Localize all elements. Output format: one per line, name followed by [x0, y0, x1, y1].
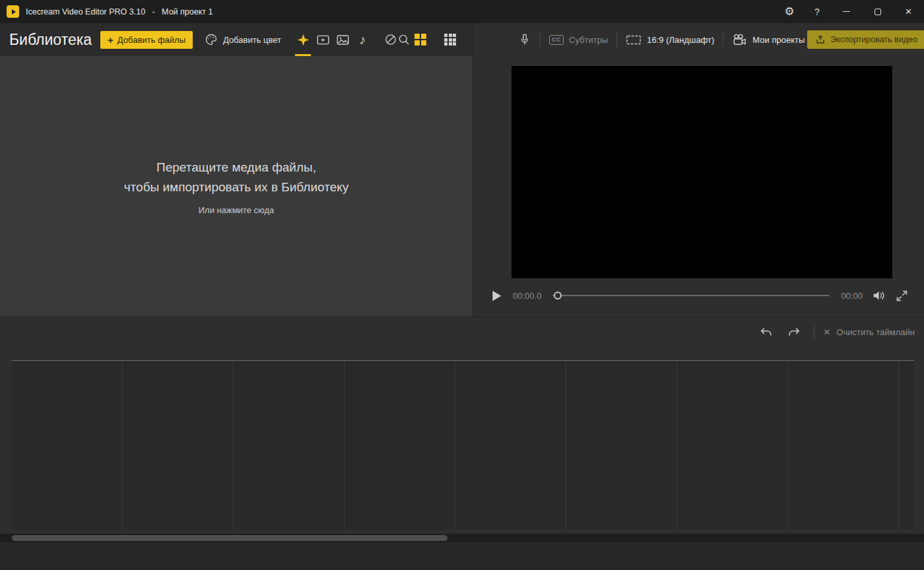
- search-button[interactable]: [397, 23, 411, 56]
- preview-area: [473, 56, 924, 278]
- seek-bar[interactable]: [552, 290, 830, 301]
- clear-timeline-button[interactable]: ✕ Очистить таймлайн: [823, 327, 915, 337]
- bottom-strip: [0, 542, 924, 570]
- undo-button[interactable]: [752, 326, 780, 339]
- gear-icon: ⚙: [784, 6, 794, 17]
- add-color-button[interactable]: Добавить цвет: [205, 33, 281, 46]
- redo-icon: [787, 326, 801, 339]
- tab-images[interactable]: [333, 23, 352, 56]
- seek-handle[interactable]: [554, 292, 562, 300]
- music-note-icon: ♪: [359, 33, 366, 46]
- total-time: 00:00: [841, 291, 863, 301]
- main-area: Библиотека + Добавить файлы Добавить цве…: [0, 23, 924, 317]
- fullscreen-button[interactable]: [895, 289, 909, 303]
- preview-toolbar: CC Субтитры 16:9 (Ландшафт): [473, 23, 924, 56]
- export-icon: [815, 34, 826, 45]
- tab-favorites[interactable]: [293, 23, 313, 56]
- play-icon: [492, 290, 501, 301]
- timeline-toolbar: ✕ Очистить таймлайн: [0, 317, 924, 347]
- my-projects-button[interactable]: Мои проекты: [729, 33, 807, 47]
- timeline-section: ✕ Очистить таймлайн: [0, 317, 924, 570]
- add-files-label: Добавить файлы: [117, 35, 185, 45]
- library-filter-tabs: ♪: [293, 23, 372, 56]
- add-files-button[interactable]: + Добавить файлы: [100, 31, 193, 49]
- tab-audio[interactable]: ♪: [352, 23, 372, 56]
- close-icon: ✕: [905, 7, 912, 16]
- timeline-scrollbar-thumb[interactable]: [12, 535, 447, 541]
- titlebar: Icecream Video Editor PRO 3.10 - Мой про…: [0, 0, 924, 23]
- grid-small-icon: [444, 34, 456, 46]
- toolbar-separator: [540, 32, 541, 47]
- volume-button[interactable]: [871, 288, 886, 303]
- toolbar-separator: [814, 325, 814, 340]
- maximize-icon: [874, 9, 881, 15]
- redo-button[interactable]: [780, 326, 808, 339]
- aspect-ratio-label: 16:9 (Ландшафт): [647, 35, 714, 45]
- clear-timeline-label: Очистить таймлайн: [836, 327, 915, 337]
- volume-icon: [871, 288, 886, 303]
- play-button[interactable]: [488, 288, 504, 304]
- cc-icon: CC: [549, 35, 564, 45]
- app-logo-icon: [7, 5, 19, 18]
- export-label: Экспортировать видео: [830, 35, 917, 44]
- titlebar-controls: ⚙ ? ✕: [776, 0, 924, 23]
- circle-slash-icon: [384, 33, 397, 46]
- grid-large-icon: [414, 34, 426, 46]
- add-color-label: Добавить цвет: [223, 35, 281, 45]
- library-panel: Библиотека + Добавить файлы Добавить цве…: [0, 23, 473, 317]
- library-dropzone[interactable]: Перетащите медиа файлы, чтобы импортиров…: [0, 56, 473, 317]
- video-preview-screen: [512, 66, 892, 278]
- large-grid-view-button[interactable]: [411, 23, 430, 56]
- subtitles-button[interactable]: CC Субтитры: [546, 35, 610, 45]
- movie-camera-icon: [732, 33, 747, 47]
- timeline-tracks[interactable]: [12, 361, 914, 530]
- subtitles-label: Субтитры: [569, 35, 608, 45]
- timeline-scrollbar[interactable]: [0, 534, 924, 542]
- fullscreen-icon: [895, 289, 909, 303]
- minimize-icon: [843, 11, 850, 12]
- timeline-body: [0, 347, 924, 534]
- plus-icon: +: [108, 35, 114, 45]
- transitions-filter-button[interactable]: [384, 23, 397, 56]
- current-time: 00:00.0: [513, 291, 541, 301]
- maximize-button[interactable]: [862, 0, 893, 23]
- my-projects-label: Мои проекты: [752, 35, 805, 45]
- microphone-icon: [518, 32, 531, 47]
- library-title: Библиотека: [9, 31, 92, 49]
- seek-track[interactable]: [552, 295, 830, 296]
- window-title: Icecream Video Editor PRO 3.10 - Мой про…: [26, 7, 213, 16]
- toolbar-separator: [723, 32, 723, 47]
- sparkle-star-icon: [296, 33, 310, 47]
- playback-controls: 00:00.0 00:00: [473, 278, 924, 317]
- export-video-button[interactable]: Экспортировать видео: [807, 30, 924, 49]
- aspect-ratio-button[interactable]: 16:9 (Ландшафт): [623, 33, 717, 46]
- minimize-button[interactable]: [831, 0, 862, 23]
- help-icon: ?: [814, 7, 820, 17]
- library-header: Библиотека + Добавить файлы Добавить цве…: [0, 23, 473, 56]
- close-button[interactable]: ✕: [893, 0, 924, 23]
- toolbar-separator: [616, 32, 617, 47]
- dropzone-hint: Или нажмите сюда: [199, 205, 275, 215]
- film-frame-icon: [626, 33, 642, 46]
- preview-panel: CC Субтитры 16:9 (Ландшафт): [473, 23, 924, 317]
- undo-icon: [759, 326, 774, 339]
- tab-videos[interactable]: [313, 23, 333, 56]
- image-icon: [336, 33, 350, 47]
- video-clip-icon: [316, 33, 330, 47]
- palette-icon: [205, 33, 218, 46]
- small-grid-view-button[interactable]: [440, 23, 460, 56]
- voiceover-button[interactable]: [515, 32, 534, 47]
- settings-button[interactable]: ⚙: [776, 0, 803, 23]
- dropzone-text: Перетащите медиа файлы, чтобы импортиров…: [124, 158, 349, 197]
- clear-x-icon: ✕: [823, 328, 830, 336]
- help-button[interactable]: ?: [803, 0, 831, 23]
- search-icon: [397, 33, 411, 46]
